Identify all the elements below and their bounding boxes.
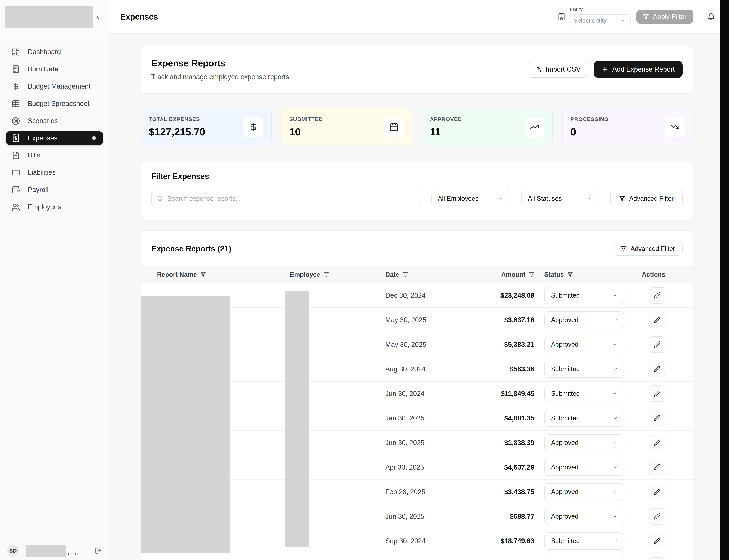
expense-date: Feb 28, 2025	[369, 488, 500, 496]
status-dropdown[interactable]: Approved	[544, 508, 624, 525]
column-filter-icon[interactable]	[567, 272, 573, 277]
sidebar-item-budget-spreadsheet[interactable]: Budget Spreadsheet	[6, 95, 103, 112]
notifications-button[interactable]	[707, 13, 715, 21]
status-dropdown[interactable]: Approved	[544, 483, 624, 500]
calculator-icon	[12, 65, 20, 73]
logout-button[interactable]	[95, 547, 102, 554]
status-dropdown[interactable]: Submitted	[544, 385, 624, 402]
chevron-down-icon	[613, 416, 618, 421]
add-expense-report-button[interactable]: Add Expense Report	[594, 61, 683, 78]
edit-expense-button[interactable]	[649, 312, 665, 328]
status-cell: Approved	[544, 336, 634, 353]
status-value: Submitted	[551, 414, 580, 422]
column-filter-icon[interactable]	[200, 272, 206, 277]
table-advanced-filter-label: Advanced Filter	[631, 245, 675, 253]
pencil-icon	[654, 538, 660, 544]
sidebar: DashboardBurn RateBudget ManagementBudge…	[0, 0, 109, 560]
redacted-logo	[5, 6, 93, 28]
column-filter-icon[interactable]	[324, 272, 329, 277]
status-dropdown[interactable]: Submitted	[544, 532, 624, 550]
stat-icon-box	[243, 117, 263, 137]
pencil-icon	[654, 488, 660, 495]
sidebar-item-payroll[interactable]: Payroll	[6, 181, 103, 198]
edit-expense-button[interactable]	[649, 557, 665, 560]
edit-expense-button[interactable]	[649, 484, 665, 500]
sidebar-item-bills[interactable]: Bills	[6, 147, 103, 164]
status-dropdown[interactable]: Approved	[544, 311, 624, 328]
edit-expense-button[interactable]	[649, 410, 665, 426]
sidebar-item-label: Scenarios	[28, 117, 58, 125]
statuses-filter-value: All Statuses	[528, 195, 562, 202]
redacted-employee-names	[285, 291, 309, 547]
edit-expense-button[interactable]	[649, 287, 665, 304]
import-csv-button[interactable]: Import CSV	[528, 61, 588, 78]
status-value: Approved	[551, 464, 578, 471]
chevron-down-icon	[588, 196, 593, 201]
sidebar-item-expenses[interactable]: Expenses	[6, 131, 103, 145]
status-dropdown[interactable]	[544, 557, 624, 560]
edit-expense-button[interactable]	[649, 385, 665, 402]
status-dropdown[interactable]: Approved	[544, 336, 624, 353]
column-label: Date	[385, 271, 399, 278]
pencil-icon	[654, 513, 660, 520]
status-cell	[544, 557, 634, 560]
edit-expense-button[interactable]	[649, 508, 665, 525]
sidebar-collapse-button[interactable]	[94, 13, 101, 21]
sidebar-item-dashboard[interactable]: Dashboard	[6, 43, 103, 61]
expense-amount: $11,849.45	[500, 390, 544, 398]
statuses-filter-select[interactable]: All Statuses	[521, 191, 599, 206]
actions-cell	[634, 557, 693, 560]
stat-text: PROCESSING0	[570, 116, 609, 138]
edit-expense-button[interactable]	[649, 361, 665, 377]
status-dropdown[interactable]: Submitted	[544, 410, 624, 427]
expense-amount: $4,081.35	[500, 414, 544, 422]
actions-cell	[634, 508, 693, 525]
edit-expense-button[interactable]	[649, 435, 665, 451]
table-title: Expense Reports (21)	[151, 244, 231, 253]
advanced-filter-button[interactable]: Advanced Filter	[610, 191, 683, 206]
status-dropdown[interactable]: Approved	[544, 459, 624, 476]
layout-dashboard-icon	[12, 48, 20, 56]
chevron-down-icon	[613, 367, 618, 372]
sidebar-item-burn-rate[interactable]: Burn Rate	[6, 61, 103, 78]
column-header-report-name: Report Name	[141, 271, 274, 278]
sidebar-item-label: Budget Management	[28, 83, 91, 90]
table-advanced-filter-button[interactable]: Advanced Filter	[613, 242, 683, 256]
column-filter-icon[interactable]	[403, 272, 408, 277]
stats-cards: TOTAL EXPENSES$127,215.70SUBMITTED10APPR…	[141, 108, 693, 146]
status-dropdown[interactable]: Submitted	[544, 361, 624, 378]
expense-amount: $563.36	[500, 365, 544, 373]
status-dropdown[interactable]: Submitted	[544, 287, 624, 304]
apply-filter-button[interactable]: Apply Filter	[636, 10, 693, 24]
column-filter-icon[interactable]	[529, 272, 534, 277]
target-icon	[12, 117, 20, 125]
sidebar-item-employees[interactable]: Employees	[6, 198, 103, 216]
log-out-icon	[95, 547, 102, 554]
sidebar-item-scenarios[interactable]: Scenarios	[6, 112, 103, 130]
search-box	[151, 191, 420, 206]
sidebar-item-liabilities[interactable]: Liabilities	[6, 164, 103, 181]
chevron-down-icon	[613, 465, 618, 470]
edit-expense-button[interactable]	[649, 533, 665, 549]
column-label: Employee	[290, 271, 320, 278]
employees-filter-select[interactable]: All Employees	[431, 191, 510, 206]
status-value: Approved	[551, 341, 578, 348]
search-input[interactable]	[167, 195, 415, 202]
expense-amount: $1,838.39	[500, 439, 544, 447]
expense-date: Apr 30, 2025	[369, 464, 500, 471]
status-cell: Approved	[544, 508, 634, 525]
status-value: Approved	[551, 513, 578, 520]
edit-expense-button[interactable]	[649, 459, 665, 475]
sidebar-item-budget-management[interactable]: Budget Management	[6, 78, 103, 95]
filter-title: Filter Expenses	[151, 172, 683, 181]
import-csv-label: Import CSV	[546, 65, 581, 73]
expense-date: Dec 30, 2024	[369, 292, 500, 299]
entity-select[interactable]: Select entity	[569, 14, 631, 27]
status-dropdown[interactable]: Approved	[544, 434, 624, 451]
status-cell: Submitted	[544, 361, 634, 378]
window-edge-scrollbar[interactable]	[720, 0, 729, 560]
stat-value: 10	[289, 126, 323, 138]
pencil-icon	[654, 341, 660, 348]
stat-label: APPROVED	[430, 116, 462, 122]
edit-expense-button[interactable]	[649, 336, 665, 353]
